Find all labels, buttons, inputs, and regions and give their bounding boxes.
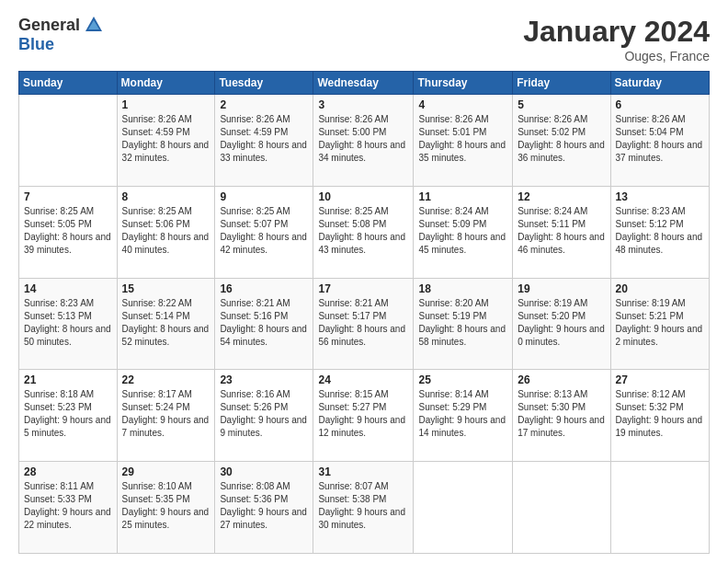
cell-w3-d6: 19Sunrise: 8:19 AM Sunset: 5:20 PM Dayli…: [513, 278, 610, 370]
day-info: Sunrise: 8:17 AM Sunset: 5:24 PM Dayligh…: [122, 388, 210, 440]
cell-w2-d3: 9Sunrise: 8:25 AM Sunset: 5:07 PM Daylig…: [215, 186, 313, 278]
cell-w1-d2: 1Sunrise: 8:26 AM Sunset: 4:59 PM Daylig…: [117, 95, 215, 187]
week-row-1: 1Sunrise: 8:26 AM Sunset: 4:59 PM Daylig…: [19, 95, 710, 187]
day-number: 18: [418, 282, 507, 295]
day-info: Sunrise: 8:26 AM Sunset: 4:59 PM Dayligh…: [122, 113, 210, 165]
logo-general-text: General: [18, 16, 80, 35]
location: Ouges, France: [523, 49, 710, 63]
day-info: Sunrise: 8:25 AM Sunset: 5:08 PM Dayligh…: [318, 205, 408, 257]
day-info: Sunrise: 8:08 AM Sunset: 5:36 PM Dayligh…: [220, 480, 308, 532]
day-info: Sunrise: 8:07 AM Sunset: 5:38 PM Dayligh…: [318, 480, 408, 532]
day-number: 12: [518, 190, 605, 203]
calendar-table: Sunday Monday Tuesday Wednesday Thursday…: [18, 71, 710, 554]
day-info: Sunrise: 8:13 AM Sunset: 5:30 PM Dayligh…: [518, 388, 605, 440]
cell-w2-d7: 13Sunrise: 8:23 AM Sunset: 5:12 PM Dayli…: [610, 186, 709, 278]
cell-w5-d4: 31Sunrise: 8:07 AM Sunset: 5:38 PM Dayli…: [313, 462, 414, 554]
day-number: 20: [616, 282, 704, 295]
day-number: 23: [220, 373, 308, 386]
cell-w1-d3: 2Sunrise: 8:26 AM Sunset: 4:59 PM Daylig…: [215, 95, 313, 187]
cell-w5-d2: 29Sunrise: 8:10 AM Sunset: 5:35 PM Dayli…: [117, 462, 215, 554]
cell-w3-d4: 17Sunrise: 8:21 AM Sunset: 5:17 PM Dayli…: [313, 278, 414, 370]
day-number: 1: [122, 98, 210, 111]
cell-w3-d7: 20Sunrise: 8:19 AM Sunset: 5:21 PM Dayli…: [610, 278, 709, 370]
header-sunday: Sunday: [19, 72, 118, 95]
day-number: 8: [122, 190, 210, 203]
cell-w1-d7: 6Sunrise: 8:26 AM Sunset: 5:04 PM Daylig…: [610, 95, 709, 187]
day-info: Sunrise: 8:12 AM Sunset: 5:32 PM Dayligh…: [616, 388, 704, 440]
day-info: Sunrise: 8:25 AM Sunset: 5:05 PM Dayligh…: [24, 205, 112, 257]
header-monday: Monday: [117, 72, 215, 95]
day-number: 28: [24, 465, 112, 478]
day-info: Sunrise: 8:26 AM Sunset: 5:02 PM Dayligh…: [518, 113, 605, 165]
cell-w4-d5: 25Sunrise: 8:14 AM Sunset: 5:29 PM Dayli…: [414, 370, 513, 462]
day-number: 7: [24, 190, 112, 203]
day-info: Sunrise: 8:25 AM Sunset: 5:06 PM Dayligh…: [122, 205, 210, 257]
header-friday: Friday: [513, 72, 610, 95]
cell-w4-d2: 22Sunrise: 8:17 AM Sunset: 5:24 PM Dayli…: [117, 370, 215, 462]
header-tuesday: Tuesday: [215, 72, 313, 95]
calendar-body: 1Sunrise: 8:26 AM Sunset: 4:59 PM Daylig…: [19, 95, 710, 554]
cell-w2-d5: 11Sunrise: 8:24 AM Sunset: 5:09 PM Dayli…: [414, 186, 513, 278]
day-number: 27: [616, 373, 704, 386]
cell-w4-d6: 26Sunrise: 8:13 AM Sunset: 5:30 PM Dayli…: [513, 370, 610, 462]
day-info: Sunrise: 8:24 AM Sunset: 5:11 PM Dayligh…: [518, 205, 605, 257]
cell-w3-d1: 14Sunrise: 8:23 AM Sunset: 5:13 PM Dayli…: [19, 278, 118, 370]
day-number: 10: [318, 190, 408, 203]
week-row-3: 14Sunrise: 8:23 AM Sunset: 5:13 PM Dayli…: [19, 278, 710, 370]
header-row: Sunday Monday Tuesday Wednesday Thursday…: [19, 72, 710, 95]
day-info: Sunrise: 8:26 AM Sunset: 5:04 PM Dayligh…: [616, 113, 704, 165]
week-row-5: 28Sunrise: 8:11 AM Sunset: 5:33 PM Dayli…: [19, 462, 710, 554]
day-info: Sunrise: 8:26 AM Sunset: 5:01 PM Dayligh…: [418, 113, 507, 165]
day-info: Sunrise: 8:19 AM Sunset: 5:21 PM Dayligh…: [616, 297, 704, 349]
header-wednesday: Wednesday: [313, 72, 414, 95]
cell-w4-d3: 23Sunrise: 8:16 AM Sunset: 5:26 PM Dayli…: [215, 370, 313, 462]
cell-w5-d3: 30Sunrise: 8:08 AM Sunset: 5:36 PM Dayli…: [215, 462, 313, 554]
day-info: Sunrise: 8:21 AM Sunset: 5:16 PM Dayligh…: [220, 297, 308, 349]
cell-w3-d5: 18Sunrise: 8:20 AM Sunset: 5:19 PM Dayli…: [414, 278, 513, 370]
day-number: 17: [318, 282, 408, 295]
cell-w4-d7: 27Sunrise: 8:12 AM Sunset: 5:32 PM Dayli…: [610, 370, 709, 462]
day-info: Sunrise: 8:23 AM Sunset: 5:13 PM Dayligh…: [24, 297, 112, 349]
cell-w1-d1: [19, 95, 118, 187]
day-number: 29: [122, 465, 210, 478]
cell-w5-d1: 28Sunrise: 8:11 AM Sunset: 5:33 PM Dayli…: [19, 462, 118, 554]
day-number: 13: [616, 190, 704, 203]
day-number: 5: [518, 98, 605, 111]
cell-w5-d7: [610, 462, 709, 554]
day-info: Sunrise: 8:25 AM Sunset: 5:07 PM Dayligh…: [220, 205, 308, 257]
day-info: Sunrise: 8:26 AM Sunset: 4:59 PM Dayligh…: [220, 113, 308, 165]
day-info: Sunrise: 8:19 AM Sunset: 5:20 PM Dayligh…: [518, 297, 605, 349]
cell-w4-d1: 21Sunrise: 8:18 AM Sunset: 5:23 PM Dayli…: [19, 370, 118, 462]
day-number: 16: [220, 282, 308, 295]
header: General Blue January 2024 Ouges, France: [18, 15, 710, 63]
day-number: 14: [24, 282, 112, 295]
day-info: Sunrise: 8:14 AM Sunset: 5:29 PM Dayligh…: [418, 388, 507, 440]
header-saturday: Saturday: [610, 72, 709, 95]
cell-w5-d5: [414, 462, 513, 554]
cell-w1-d4: 3Sunrise: 8:26 AM Sunset: 5:00 PM Daylig…: [313, 95, 414, 187]
day-info: Sunrise: 8:24 AM Sunset: 5:09 PM Dayligh…: [418, 205, 507, 257]
day-number: 30: [220, 465, 308, 478]
day-number: 24: [318, 373, 408, 386]
cell-w1-d6: 5Sunrise: 8:26 AM Sunset: 5:02 PM Daylig…: [513, 95, 610, 187]
cell-w2-d4: 10Sunrise: 8:25 AM Sunset: 5:08 PM Dayli…: [313, 186, 414, 278]
cell-w2-d6: 12Sunrise: 8:24 AM Sunset: 5:11 PM Dayli…: [513, 186, 610, 278]
logo: General Blue: [18, 15, 104, 54]
header-thursday: Thursday: [414, 72, 513, 95]
cell-w5-d6: [513, 462, 610, 554]
day-info: Sunrise: 8:22 AM Sunset: 5:14 PM Dayligh…: [122, 297, 210, 349]
day-number: 25: [418, 373, 507, 386]
week-row-4: 21Sunrise: 8:18 AM Sunset: 5:23 PM Dayli…: [19, 370, 710, 462]
day-info: Sunrise: 8:21 AM Sunset: 5:17 PM Dayligh…: [318, 297, 408, 349]
day-number: 21: [24, 373, 112, 386]
calendar-header: Sunday Monday Tuesday Wednesday Thursday…: [19, 72, 710, 95]
day-info: Sunrise: 8:10 AM Sunset: 5:35 PM Dayligh…: [122, 480, 210, 532]
cell-w2-d1: 7Sunrise: 8:25 AM Sunset: 5:05 PM Daylig…: [19, 186, 118, 278]
cell-w4-d4: 24Sunrise: 8:15 AM Sunset: 5:27 PM Dayli…: [313, 370, 414, 462]
day-info: Sunrise: 8:23 AM Sunset: 5:12 PM Dayligh…: [616, 205, 704, 257]
calendar-page: General Blue January 2024 Ouges, France …: [0, 0, 728, 563]
day-info: Sunrise: 8:16 AM Sunset: 5:26 PM Dayligh…: [220, 388, 308, 440]
day-number: 4: [418, 98, 507, 111]
cell-w2-d2: 8Sunrise: 8:25 AM Sunset: 5:06 PM Daylig…: [117, 186, 215, 278]
day-number: 6: [616, 98, 704, 111]
